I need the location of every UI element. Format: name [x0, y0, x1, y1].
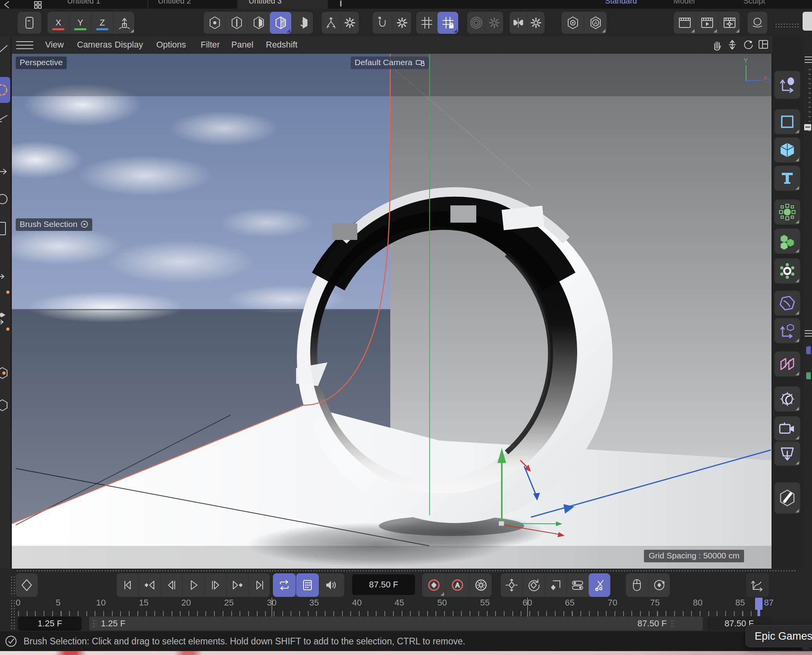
- transport-grip[interactable]: [10, 576, 16, 596]
- volume-cubes-button[interactable]: [774, 229, 800, 254]
- live-selection-icon[interactable]: [0, 42, 10, 56]
- key-scale-button[interactable]: [544, 573, 566, 597]
- axis-modify-button[interactable]: [774, 318, 800, 343]
- character-rig-icon[interactable]: [322, 12, 340, 34]
- lock-z-button[interactable]: Z: [91, 12, 113, 34]
- go-to-end-button[interactable]: [248, 573, 270, 597]
- motext-button[interactable]: [774, 166, 800, 191]
- menu-cameras[interactable]: Cameras: [77, 40, 112, 50]
- toolbar-grip[interactable]: [775, 23, 799, 28]
- layout-tab-model[interactable]: Model: [673, 0, 695, 5]
- tab-pin-icon[interactable]: [340, 0, 342, 7]
- mode-axis-icon[interactable]: [291, 12, 313, 34]
- menu-redshift[interactable]: Redshift: [266, 40, 298, 50]
- autokey-button[interactable]: A: [445, 573, 469, 597]
- loop-playback-button[interactable]: [273, 573, 296, 597]
- stage-floor-button[interactable]: [774, 441, 800, 466]
- key-parameter-button[interactable]: [566, 573, 588, 597]
- next-key-button[interactable]: [226, 573, 248, 597]
- hamburger-menu-icon[interactable]: [16, 40, 35, 50]
- soft-selection-icon[interactable]: [467, 12, 485, 34]
- symmetry-mirror-button[interactable]: [774, 351, 800, 377]
- material-pencil-button[interactable]: [774, 482, 800, 514]
- orbit-rotate-icon[interactable]: [743, 39, 754, 51]
- axis-gizmo-icon[interactable]: [113, 12, 135, 34]
- mode-object-icon-selected[interactable]: [269, 12, 291, 34]
- move-tool-button[interactable]: [774, 71, 800, 99]
- symmetry-gear-icon[interactable]: [527, 12, 545, 34]
- knife-hexagon-icon[interactable]: [0, 366, 9, 382]
- layout-grid-icon[interactable]: [34, 1, 42, 9]
- show-fcurves-button[interactable]: [746, 573, 769, 597]
- menu-display[interactable]: Display: [115, 40, 143, 50]
- viewport-solo-off-icon[interactable]: [561, 12, 584, 34]
- grid-icon[interactable]: [416, 12, 437, 34]
- simulation-gear-button[interactable]: [774, 258, 800, 284]
- record-mouse-button[interactable]: [626, 573, 648, 597]
- key-pla-button[interactable]: [588, 573, 610, 597]
- camera-button[interactable]: [774, 416, 800, 441]
- viewport-solo-auto-icon[interactable]: A: [584, 12, 607, 34]
- menu-options[interactable]: Options: [156, 40, 186, 50]
- tab-untitled-2[interactable]: Untitled 2: [158, 0, 191, 5]
- play-mode-button[interactable]: [296, 573, 319, 597]
- dolly-arrows-icon[interactable]: [726, 39, 738, 51]
- mode-points-icon[interactable]: [204, 12, 225, 34]
- tab-untitled-1[interactable]: Untitled 1: [67, 0, 101, 5]
- record-keyframe-button[interactable]: [422, 573, 445, 597]
- primitive-cube-button[interactable]: [774, 137, 800, 163]
- menu-panel[interactable]: Panel: [231, 40, 253, 50]
- soft-selection-gear-icon[interactable]: [485, 12, 503, 34]
- layout-tab-sculpt[interactable]: Sculpt: [743, 0, 765, 5]
- play-button[interactable]: [182, 573, 204, 597]
- render-settings-icon[interactable]: [718, 12, 741, 34]
- maximize-frame-icon[interactable]: [758, 39, 769, 50]
- tab-untitled-3-active[interactable]: Untitled 3: [237, 0, 328, 9]
- spline-rectangle-button[interactable]: [774, 109, 800, 134]
- lock-y-button[interactable]: Y: [69, 12, 91, 34]
- key-position-button[interactable]: [501, 573, 522, 597]
- light-button[interactable]: [774, 386, 800, 412]
- back-chevron-icon[interactable]: [3, 1, 11, 9]
- render-view-icon[interactable]: [674, 12, 696, 34]
- mode-edges-icon[interactable]: [225, 12, 247, 34]
- keyframe-diamond-button[interactable]: [16, 573, 38, 597]
- pan-hand-icon[interactable]: [711, 39, 722, 51]
- symmetry-icon[interactable]: [510, 12, 527, 34]
- lock-x-button[interactable]: X: [48, 12, 69, 34]
- snap-magnet-icon[interactable]: [373, 12, 392, 34]
- rig-settings-gear-icon[interactable]: [340, 12, 359, 34]
- workspace-card-icon[interactable]: [18, 12, 41, 34]
- go-to-start-button[interactable]: [117, 573, 138, 597]
- mode-polygons-icon[interactable]: [247, 12, 269, 34]
- scale-icon[interactable]: [0, 221, 9, 236]
- current-frame-field[interactable]: 87.50 F: [352, 574, 415, 595]
- range-slider-track[interactable]: 1.25 F 87.50 F: [89, 617, 703, 631]
- generator-handles-button[interactable]: [774, 199, 800, 225]
- bevel-icon[interactable]: [0, 311, 8, 325]
- camera-lock-icon[interactable]: [415, 59, 425, 66]
- playhead[interactable]: [755, 598, 763, 610]
- layout-tab-standard[interactable]: Standard: [605, 0, 637, 5]
- previous-key-button[interactable]: [138, 573, 160, 597]
- panel-menu-icon[interactable]: [805, 330, 812, 337]
- collapse-box-icon[interactable]: [804, 124, 811, 130]
- previous-frame-button[interactable]: [160, 573, 182, 597]
- grid-lock-icon-selected[interactable]: [437, 12, 458, 34]
- rotate-icon[interactable]: [0, 192, 9, 206]
- keyframe-settings-button[interactable]: [469, 573, 492, 597]
- interactive-render-region-icon[interactable]: [748, 12, 767, 34]
- record-rotation-button[interactable]: [648, 573, 670, 597]
- sound-toggle-button[interactable]: [319, 573, 342, 597]
- move-icon[interactable]: [0, 166, 9, 177]
- deformer-bend-button[interactable]: [774, 291, 800, 316]
- timeline-grip-row[interactable]: [16, 569, 797, 573]
- menu-filter[interactable]: Filter: [201, 40, 220, 50]
- brush-selection-tool-active[interactable]: [0, 77, 10, 103]
- polygon-pen-icon[interactable]: [0, 112, 9, 125]
- menu-view[interactable]: View: [45, 40, 64, 50]
- snap-settings-gear-icon[interactable]: [392, 12, 411, 34]
- extrude-icon[interactable]: [0, 272, 7, 281]
- range-start-field[interactable]: 1.25 F: [18, 617, 82, 631]
- viewport-canvas[interactable]: [12, 54, 772, 569]
